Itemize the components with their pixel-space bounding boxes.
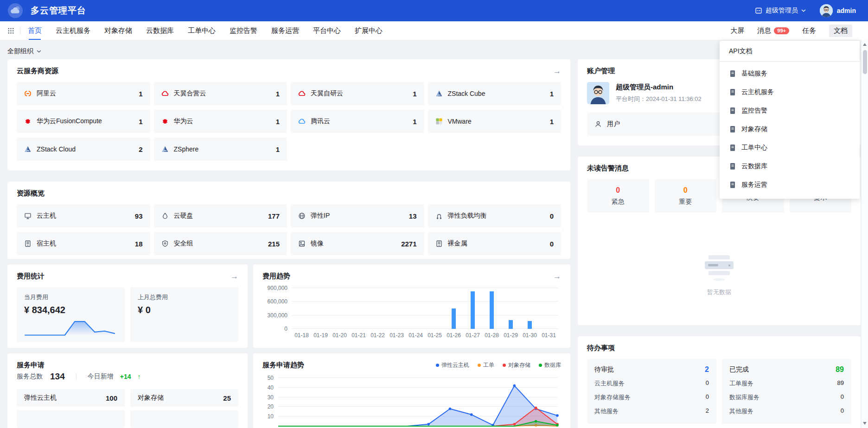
api-menu-label: 云主机服务 — [741, 88, 774, 96]
resource-card-bare-metal[interactable]: 裸金属0 — [428, 232, 562, 255]
security-group-icon — [161, 240, 169, 247]
provider-card-huawei-fusioncompute[interactable]: 华为云FusionCompute1 — [17, 110, 150, 133]
legend-label: 对象存储 — [508, 361, 530, 369]
legend-item-object-storage[interactable]: 对象存储 — [503, 361, 530, 369]
provider-count: 1 — [550, 90, 554, 98]
alarm-card-critical[interactable]: 0紧急 — [587, 179, 649, 213]
trend-up-icon: ↑ — [137, 373, 140, 380]
provider-card-huawei-cloud[interactable]: 华为云1 — [154, 110, 287, 133]
todo-row[interactable]: 云主机服务0 — [594, 379, 709, 388]
provider-card-ctyun-partner[interactable]: 天翼合营云1 — [154, 82, 287, 105]
scrollbar-thumb[interactable] — [863, 50, 867, 74]
document-icon — [729, 88, 736, 96]
scroll-up-arrow[interactable] — [863, 43, 867, 46]
provider-card-zstack-cloud[interactable]: ZStack Cloud2 — [17, 138, 150, 161]
resource-name: 镜像 — [311, 239, 324, 248]
username: admin — [837, 7, 856, 14]
api-menu-item-monitor-alarm[interactable]: 监控告警 — [720, 101, 860, 120]
api-menu-item-object-storage[interactable]: 对象存储 — [720, 120, 860, 138]
nav-item-platform-center[interactable]: 平台中心 — [313, 21, 341, 40]
legend-item-database[interactable]: 数据库 — [539, 361, 561, 369]
service-apply-stats: 服务总数 134 今日新增 +14 ↑ — [17, 371, 238, 382]
nav-item-cloud-host[interactable]: 云主机服务 — [56, 21, 90, 40]
todo-row[interactable]: 工单服务89 — [729, 379, 844, 388]
docs-link[interactable]: 文档 — [829, 25, 852, 37]
todo-row-label: 其他服务 — [594, 407, 619, 415]
page-scrollbar[interactable] — [861, 40, 868, 428]
resource-card-security-group[interactable]: 安全组215 — [154, 232, 287, 255]
nav-item-cloud-database[interactable]: 云数据库 — [146, 21, 174, 40]
api-menu-item-service-operation[interactable]: 服务运营 — [720, 176, 860, 194]
legend-item-ticket[interactable]: 工单 — [478, 361, 494, 369]
api-docs-dropdown: API文档 基础服务 云主机服务 监控告警 对象存储 工单中心 云数据库 服务运… — [720, 41, 860, 199]
resource-card-load-balancer[interactable]: 弹性负载均衡0 — [428, 204, 562, 227]
last-month-cost-card[interactable]: 上月总费用 ¥ 0 — [130, 287, 238, 342]
todo-row-label: 对象存储服务 — [594, 393, 631, 402]
resource-card-host[interactable]: 宿主机18 — [17, 232, 150, 255]
nav-item-object-storage[interactable]: 对象存储 — [104, 21, 132, 40]
resource-card-image[interactable]: 镜像2271 — [291, 232, 424, 255]
provider-card-zsphere[interactable]: ZSphere1 — [154, 138, 287, 161]
api-menu-label: 服务运营 — [741, 181, 767, 189]
cost-sparkline-chart — [24, 316, 117, 337]
chevron-down-icon — [801, 9, 806, 12]
legend-dot — [478, 364, 481, 367]
api-menu-item-cloud-host[interactable]: 云主机服务 — [720, 83, 860, 101]
api-menu-item-ticket-center[interactable]: 工单中心 — [720, 138, 860, 157]
provider-card-ctyun-selfdev[interactable]: 天翼自研云1 — [291, 82, 424, 105]
nav-item-ticket-center[interactable]: 工单中心 — [188, 21, 216, 40]
resource-card-cloud-server[interactable]: 云主机93 — [17, 204, 150, 227]
resource-card-elastic-ip[interactable]: 弹性IP13 — [291, 204, 424, 227]
zstack-cube-icon — [435, 90, 443, 97]
provider-card-tencent-cloud[interactable]: 腾讯云1 — [291, 110, 424, 133]
todo-row[interactable]: 其他服务0 — [729, 407, 844, 415]
resource-name: 安全组 — [174, 239, 193, 248]
messages-link[interactable]: 消息 99+ — [757, 26, 789, 35]
cost-value: ¥ 0 — [138, 305, 231, 315]
cloud-server-icon — [24, 212, 32, 220]
apply-card-object-storage[interactable]: 对象存储25 — [130, 389, 238, 407]
arrow-right-icon[interactable]: → — [553, 272, 561, 280]
nav-item-monitor-alarm[interactable]: 监控告警 — [230, 21, 257, 40]
role-switcher[interactable]: 超级管理员 — [755, 6, 806, 15]
todo-row[interactable]: 数据库服务0 — [729, 393, 844, 402]
alarm-card-major[interactable]: 0重要 — [655, 179, 717, 213]
provider-card-zstack-cube[interactable]: ZStack Cube1 — [428, 82, 562, 105]
todo-done-card[interactable]: 已完成 89 工单服务89 数据库服务0 其他服务0 — [722, 359, 851, 424]
workspace-icon — [755, 7, 762, 14]
api-menu-item-basic-service[interactable]: 基础服务 — [720, 64, 860, 83]
document-icon — [729, 181, 736, 189]
apps-grid-icon[interactable] — [7, 27, 14, 34]
provider-name: 阿里云 — [37, 89, 56, 98]
nav-item-service-operation[interactable]: 服务运营 — [271, 21, 299, 40]
arrow-right-icon[interactable]: → — [553, 67, 561, 75]
current-month-cost-card[interactable]: 当月费用 ¥ 834,642 — [17, 287, 125, 342]
nav-item-extension-center[interactable]: 扩展中心 — [355, 21, 383, 40]
done-label: 已完成 — [729, 365, 749, 374]
chart-legend: 弹性云主机 工单 对象存储 数据库 — [436, 361, 561, 369]
todo-row[interactable]: 其他服务2 — [594, 407, 709, 415]
apply-value: 25 — [223, 394, 231, 402]
nav-item-home[interactable]: 首页 — [28, 21, 42, 40]
todo-pending-card[interactable]: 待审批 2 云主机服务0 对象存储服务0 其他服务2 — [587, 359, 716, 424]
user-menu[interactable]: admin — [820, 4, 856, 17]
legend-item-elastic-server[interactable]: 弹性云主机 — [436, 361, 469, 369]
big-screen-link[interactable]: 大屏 — [730, 26, 744, 35]
elastic-ip-icon — [298, 212, 306, 220]
scroll-down-arrow[interactable] — [863, 422, 867, 425]
apply-card-elastic-server[interactable]: 弹性云主机100 — [17, 389, 125, 407]
account-avatar — [587, 82, 609, 104]
todo-row[interactable]: 对象存储服务0 — [594, 393, 709, 402]
left-column: 云服务商资源 → 阿里云1 天翼合营云1 天翼自研云1 ZStack Cube1… — [7, 59, 570, 428]
panel-title: 费用统计 — [17, 272, 45, 281]
api-menu-item-cloud-database[interactable]: 云数据库 — [720, 157, 860, 176]
provider-card-aliyun[interactable]: 阿里云1 — [17, 82, 150, 105]
provider-name: ZStack Cube — [448, 90, 485, 97]
image-icon — [298, 240, 306, 247]
resource-card-cloud-disk[interactable]: 云硬盘177 — [154, 204, 287, 227]
todo-row-value: 2 — [706, 407, 709, 415]
provider-card-vmware[interactable]: VMware1 — [428, 110, 562, 133]
tasks-link[interactable]: 任务 — [802, 26, 816, 35]
topbar-right: 超级管理员 admin — [755, 4, 856, 17]
arrow-right-icon[interactable]: → — [230, 272, 238, 280]
